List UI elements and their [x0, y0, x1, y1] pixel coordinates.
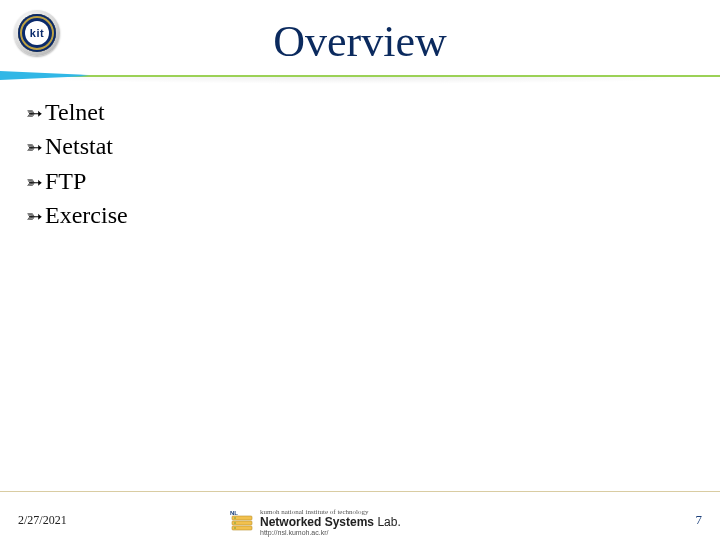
bullet-icon: ➳: [26, 100, 43, 127]
lab-icon: NL: [230, 510, 254, 534]
svg-text:NL: NL: [230, 510, 238, 516]
list-item: ➳ Exercise: [26, 199, 694, 231]
list-item: ➳ FTP: [26, 165, 694, 197]
svg-point-4: [234, 523, 236, 525]
list-item: ➳ Telnet: [26, 96, 694, 128]
bullet-icon: ➳: [26, 203, 43, 230]
lab-name-bold: Networked Systems: [260, 515, 374, 529]
bullet-icon: ➳: [26, 134, 43, 161]
lab-text-block: kumoh national institute of technology N…: [260, 509, 401, 536]
title-underline: [0, 74, 720, 80]
footer-divider: [0, 491, 720, 492]
list-item: ➳ Netstat: [26, 130, 694, 162]
underline-shadow: [0, 77, 720, 84]
bullet-label: Telnet: [45, 96, 105, 128]
slide-title: Overview: [0, 16, 720, 67]
lab-branding: NL kumoh national institute of technolog…: [230, 509, 490, 536]
bullet-label: Exercise: [45, 199, 128, 231]
underline-line: [0, 75, 720, 77]
page-number: 7: [696, 512, 703, 528]
svg-point-3: [234, 518, 236, 520]
footer: 2/27/2021 NL kumoh national institute of…: [0, 496, 720, 540]
lab-url: http://nsl.kumoh.ac.kr/: [260, 529, 401, 536]
bullet-label: Netstat: [45, 130, 113, 162]
lab-name-rest: Lab.: [374, 515, 401, 529]
lab-name: Networked Systems Lab.: [260, 516, 401, 529]
slide: kit Overview ➳ Telnet ➳ Netstat ➳ FTP ➳ …: [0, 0, 720, 540]
bullet-label: FTP: [45, 165, 86, 197]
bullet-icon: ➳: [26, 169, 43, 196]
bullet-list: ➳ Telnet ➳ Netstat ➳ FTP ➳ Exercise: [26, 96, 694, 234]
svg-point-5: [234, 528, 236, 530]
footer-date: 2/27/2021: [18, 513, 67, 528]
